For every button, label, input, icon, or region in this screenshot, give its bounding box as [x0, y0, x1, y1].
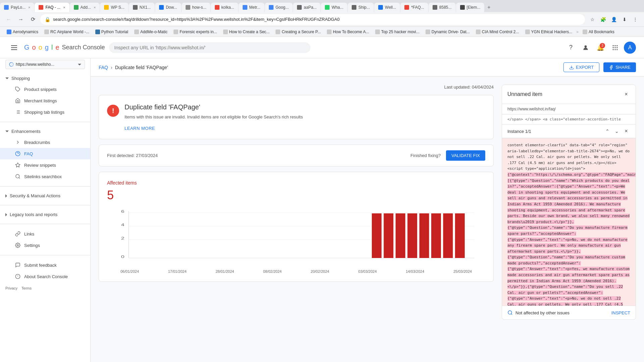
instance-next-button[interactable]: ⌄	[613, 127, 621, 135]
tab-close-active[interactable]: ×	[63, 5, 65, 9]
new-tab-button[interactable]: +	[485, 3, 493, 12]
sidebar-item-sitelinks[interactable]: Sitelinks searchbox	[0, 171, 90, 182]
apps-icon[interactable]	[609, 42, 621, 54]
breadcrumbs-label: Breadcrumbs	[24, 140, 50, 145]
legacy-section-header[interactable]: Legacy tools and reports	[0, 209, 90, 220]
tab-paylo[interactable]: PayLo... ×	[0, 3, 34, 12]
main-panel: Last updated: 04/04/2024 ! Duplicate fie…	[99, 85, 494, 362]
sidebar-item-about[interactable]: About Search Console	[0, 271, 90, 282]
privacy-link[interactable]: Privacy	[5, 286, 17, 290]
sidebar-item-shopping-tab[interactable]: Shopping tab listings	[0, 106, 90, 118]
shopping-section-header[interactable]: Shopping	[0, 73, 90, 84]
enhancements-section-header[interactable]: Enhancements	[0, 126, 90, 137]
code-content[interactable]: content elementor-clearfix" data-tab="4"…	[502, 138, 636, 306]
bookmark-star-icon[interactable]: ☆	[588, 15, 597, 24]
terms-link[interactable]: Terms	[21, 286, 32, 290]
export-button[interactable]: EXPORT	[563, 62, 599, 72]
tab-ship[interactable]: Ship...	[348, 3, 374, 12]
user-icon[interactable]	[580, 42, 592, 54]
hamburger-menu[interactable]	[8, 42, 20, 54]
property-selector[interactable]: https://www.wellsho...	[5, 60, 85, 69]
notification-badge: 3	[600, 43, 605, 48]
svg-line-38	[511, 314, 512, 315]
tab-kol[interactable]: kolka...	[211, 3, 238, 12]
security-section-header[interactable]: Security & Manual Actions	[0, 191, 90, 201]
bookmark-addme[interactable]: AddMe-o-Matic	[132, 29, 170, 35]
tab-goog[interactable]: Goog...	[265, 3, 293, 12]
forward-button[interactable]: →	[16, 15, 26, 24]
back-button[interactable]: ←	[4, 15, 13, 24]
feedback-icon	[15, 262, 21, 268]
tab-aapa[interactable]: aaPa...	[293, 3, 320, 12]
svg-text:2: 2	[121, 236, 125, 240]
validate-fix-button[interactable]: VALIDATE FIX	[446, 150, 485, 161]
tab-add[interactable]: Add... ×	[70, 3, 100, 12]
bookmark-top25[interactable]: Top 25 hacker movi...	[373, 29, 422, 35]
tab-wp[interactable]: WP S...	[100, 3, 128, 12]
tab-metr[interactable]: Metr...	[239, 3, 264, 12]
bookmark-python[interactable]: Python Tutorial	[93, 29, 131, 35]
bookmark-howto[interactable]: How To Become A...	[324, 29, 372, 35]
chevron-right-icon	[5, 194, 7, 198]
tab-well[interactable]: Well...	[374, 3, 400, 12]
chart-bar	[419, 213, 429, 258]
topbar-search-input[interactable]	[109, 42, 310, 53]
bookmark-rc-airplane[interactable]: RC Airplane World -...	[42, 29, 92, 35]
tab-faq-active[interactable]: FAQ - ... ×	[35, 3, 69, 12]
tab-close[interactable]: ×	[94, 5, 96, 9]
bookmark-forensic[interactable]: Forensic experts in...	[171, 29, 219, 35]
tab-close[interactable]: ×	[28, 5, 30, 9]
bookmark-how-create[interactable]: How to Create a Sec...	[220, 29, 273, 35]
tab-dow[interactable]: Dow...	[155, 3, 181, 12]
sidebar-item-breadcrumbs[interactable]: Breadcrumbs	[0, 137, 90, 148]
sidebar-item-faq[interactable]: FAQ	[0, 148, 90, 159]
right-panel-url[interactable]: https://www.wellshot.in/faq/	[502, 104, 636, 114]
download-icon[interactable]: ⬇	[620, 15, 629, 24]
bookmark-cia[interactable]: CIA Mind Control 2...	[473, 29, 522, 35]
tab-elem[interactable]: [Elem...	[456, 3, 485, 12]
breadcrumb-faq[interactable]: FAQ	[99, 65, 108, 70]
reload-button[interactable]: ⟳	[28, 15, 38, 24]
tab-how[interactable]: how-s...	[182, 3, 210, 12]
share-button[interactable]: SHARE	[603, 62, 636, 72]
chart-bar	[455, 213, 465, 258]
settings-icon	[15, 242, 21, 248]
chart-area: 6 4 2 0	[107, 208, 485, 268]
tab-faq2[interactable]: *FAQ...	[400, 3, 428, 12]
learn-more-anchor[interactable]: LEARN MORE	[125, 126, 155, 131]
instance-close-button[interactable]: ×	[622, 127, 630, 135]
links-icon	[15, 231, 21, 237]
sidebar-item-feedback[interactable]: Submit feedback	[0, 259, 90, 271]
tab-wha[interactable]: Wha...	[321, 3, 347, 12]
close-panel-button[interactable]: ×	[622, 90, 630, 98]
sidebar-item-settings[interactable]: Settings	[0, 240, 90, 251]
bookmark-all[interactable]: All Bookmarks	[580, 29, 617, 35]
sidebar-item-product-snippets[interactable]: Product snippets	[0, 84, 90, 95]
instance-text: Instance 1/1	[507, 129, 531, 134]
bookmark-aerodynamics[interactable]: Aerodynamics	[4, 29, 41, 35]
account-avatar[interactable]: A	[624, 42, 636, 54]
bookmark-dynamic[interactable]: Dynamic Drive- Dat...	[423, 29, 473, 35]
notification-icon[interactable]: 🔔 3	[594, 42, 606, 54]
bookmark-creating[interactable]: Creating a Secure P...	[273, 29, 324, 35]
address-bar[interactable]: 🔒 search.google.com/search-console/r/faq…	[40, 14, 585, 25]
help-icon[interactable]: ?	[565, 42, 577, 54]
bookmark-ygn[interactable]: YGN Ethical Hackers...	[523, 29, 575, 35]
sidebar-item-links[interactable]: Links	[0, 228, 90, 240]
sidebar-item-merchant-listings[interactable]: Merchant listings	[0, 95, 90, 106]
menu-icon[interactable]: ⋮	[631, 15, 640, 24]
tab-favicon	[378, 5, 383, 10]
profile-icon[interactable]: 👤	[609, 15, 618, 24]
tab-8585[interactable]: 8585...	[429, 3, 456, 12]
sidebar-item-review-snippets[interactable]: Review snippets	[0, 159, 90, 171]
instance-prev-button[interactable]: ⌃	[603, 127, 611, 135]
chart-x-labels: 06/01/2024 17/01/2024 28/01/2024 08/02/2…	[107, 268, 485, 273]
tab-nx1[interactable]: NX1...	[129, 3, 155, 12]
main-content: FAQ › Duplicate field 'FAQPage' EXPORT S…	[91, 58, 644, 362]
svg-text:6: 6	[121, 209, 125, 213]
instance-bar: Instance 1/1 ⌃ ⌄ ×	[502, 124, 636, 138]
svg-marker-20	[15, 163, 20, 167]
property-dropdown-icon	[78, 64, 81, 65]
extension-puzzle-icon[interactable]: 🧩	[598, 15, 608, 24]
inspect-link[interactable]: INSPECT	[611, 310, 630, 315]
